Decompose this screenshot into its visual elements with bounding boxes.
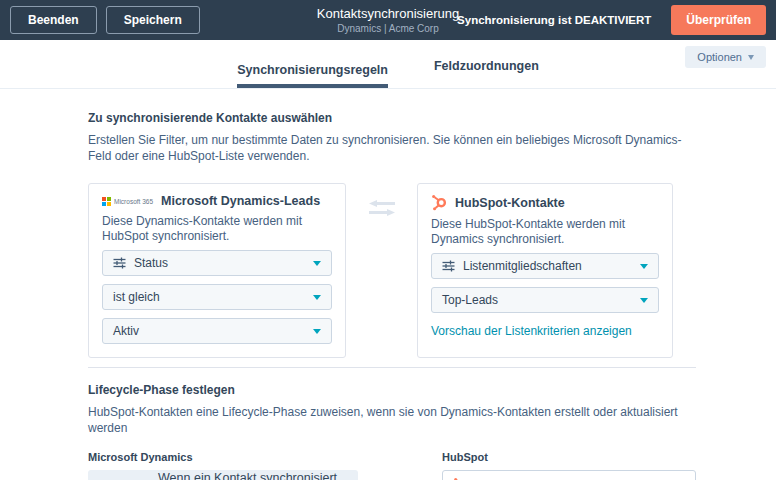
mapping-arrow-cell bbox=[358, 451, 442, 480]
exit-button[interactable]: Beenden bbox=[10, 6, 97, 34]
dynamics-operator-value: ist gleich bbox=[113, 290, 160, 304]
sync-arrows-icon bbox=[369, 199, 395, 217]
tab-field-mappings[interactable]: Feldzuordnungen bbox=[434, 59, 539, 88]
hubspot-action-column: HubSpot Lifecycle-Phase als SQL bbox=[442, 451, 696, 480]
filter-cards-row: Microsoft 365 Microsoft Dynamics-Leads D… bbox=[88, 183, 696, 358]
topbar-title-block: Kontaktsynchronisierung Dynamics | Acme … bbox=[317, 6, 459, 34]
dynamics-card-description: Diese Dynamics-Kontakte werden mit HubSp… bbox=[102, 214, 332, 243]
dynamics-field-value: Status bbox=[134, 256, 168, 270]
filter-section-description: Erstellen Sie Filter, um nur bestimmte D… bbox=[88, 133, 696, 164]
lifecycle-section-heading: Lifecycle-Phase festlegen bbox=[88, 383, 696, 397]
sync-status-text: Synchronisierung ist DEAKTIVIERT bbox=[457, 14, 651, 26]
tab-bar: Synchronisierungsregeln Feldzuordnungen bbox=[0, 40, 776, 89]
preview-list-criteria-link[interactable]: Vorschau der Listenkriterien anzeigen bbox=[431, 324, 632, 338]
dynamics-trigger-column: Microsoft Dynamics Microsoft 365 Wenn ei… bbox=[88, 451, 358, 480]
topbar: Beenden Speichern Kontaktsynchronisierun… bbox=[0, 0, 776, 40]
topbar-left: Beenden Speichern bbox=[10, 6, 200, 34]
microsoft-365-logo-icon: Microsoft 365 bbox=[102, 197, 153, 206]
review-button[interactable]: Überprüfen bbox=[671, 5, 766, 35]
options-button[interactable]: Optionen bbox=[685, 46, 766, 68]
chevron-down-icon bbox=[640, 298, 648, 303]
lifecycle-section-description: HubSpot-Kontakten eine Lifecycle-Phase z… bbox=[88, 405, 696, 436]
page-subtitle: Dynamics | Acme Corp bbox=[317, 23, 459, 34]
filter-section-heading: Zu synchronisierende Kontakte auswählen bbox=[88, 111, 696, 125]
dynamics-field-dropdown[interactable]: Status bbox=[102, 250, 332, 276]
dynamics-card-title: Microsoft Dynamics-Leads bbox=[161, 194, 320, 208]
chevron-down-icon bbox=[640, 264, 648, 269]
options-button-label: Optionen bbox=[697, 51, 742, 63]
main-content: Zu synchronisierende Kontakte auswählen … bbox=[88, 89, 696, 480]
sync-direction-gap bbox=[346, 183, 417, 358]
dynamics-value-value: Aktiv bbox=[113, 324, 139, 338]
lifecycle-mapping-row: Microsoft Dynamics Microsoft 365 Wenn ei… bbox=[88, 451, 696, 480]
dynamics-value-dropdown[interactable]: Aktiv bbox=[102, 318, 332, 344]
lifecycle-stage-dropdown[interactable]: Lifecycle-Phase als SQL einrichten bbox=[442, 470, 696, 480]
tab-sync-rules[interactable]: Synchronisierungsregeln bbox=[237, 63, 388, 88]
page-title: Kontaktsynchronisierung bbox=[317, 6, 459, 21]
filter-sliders-icon bbox=[113, 257, 126, 269]
hubspot-card-title: HubSpot-Kontakte bbox=[455, 196, 565, 210]
chevron-down-icon bbox=[313, 295, 321, 300]
dynamics-operator-dropdown[interactable]: ist gleich bbox=[102, 284, 332, 310]
chevron-down-icon bbox=[313, 329, 321, 334]
microsoft-squares-icon bbox=[102, 197, 111, 206]
section-divider bbox=[88, 367, 696, 368]
dynamics-card-header: Microsoft 365 Microsoft Dynamics-Leads bbox=[102, 194, 332, 208]
hubspot-card-header: HubSpot-Kontakte bbox=[431, 194, 659, 211]
microsoft-logo-text: Microsoft 365 bbox=[114, 198, 153, 205]
dynamics-filter-card: Microsoft 365 Microsoft Dynamics-Leads D… bbox=[88, 183, 346, 358]
hubspot-logo-icon bbox=[431, 194, 447, 211]
hubspot-filter-card: HubSpot-Kontakte Diese HubSpot-Kontakte … bbox=[417, 183, 673, 358]
chevron-down-icon bbox=[748, 55, 754, 60]
dynamics-trigger-text: Wenn ein Kontakt synchronisiert wird bbox=[158, 471, 348, 480]
save-button[interactable]: Speichern bbox=[106, 6, 200, 34]
contact-sync-settings-page: Beenden Speichern Kontaktsynchronisierun… bbox=[0, 0, 776, 480]
hubspot-field-dropdown[interactable]: Listenmitgliedschaften bbox=[431, 253, 659, 279]
hubspot-card-description: Diese HubSpot-Kontakte werden mit Dynami… bbox=[431, 217, 659, 246]
topbar-right: Synchronisierung ist DEAKTIVIERT Überprü… bbox=[457, 5, 766, 35]
hubspot-list-value: Top-Leads bbox=[442, 293, 498, 307]
filter-sliders-icon bbox=[442, 260, 455, 272]
chevron-down-icon bbox=[313, 261, 321, 266]
hubspot-field-value: Listenmitgliedschaften bbox=[463, 259, 582, 273]
dynamics-column-label: Microsoft Dynamics bbox=[88, 451, 358, 463]
hubspot-column-label: HubSpot bbox=[442, 451, 696, 463]
hubspot-list-dropdown[interactable]: Top-Leads bbox=[431, 287, 659, 313]
dynamics-trigger-box: Microsoft 365 Wenn ein Kontakt synchroni… bbox=[88, 470, 358, 480]
